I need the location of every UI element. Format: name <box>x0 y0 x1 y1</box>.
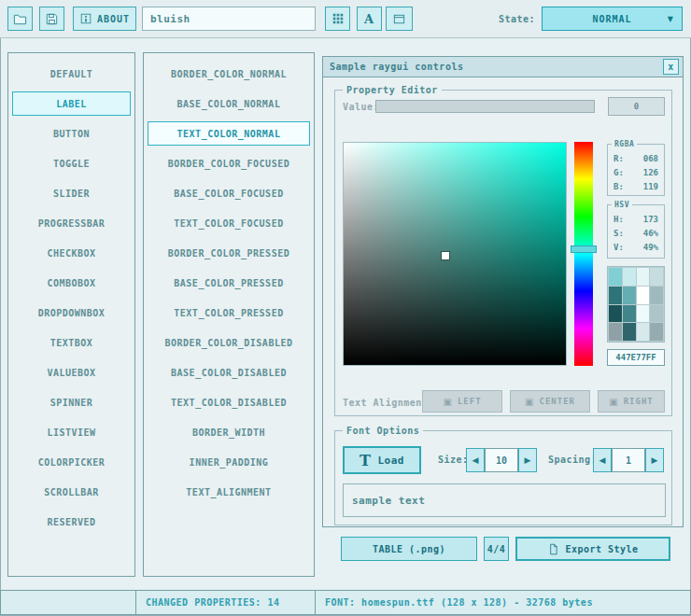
color-swatch[interactable] <box>623 323 636 341</box>
close-button[interactable]: x <box>663 59 679 75</box>
controls-list-item[interactable]: COLORPICKER <box>12 447 131 477</box>
value-slider[interactable] <box>375 100 595 113</box>
export-style-button[interactable]: Export Style <box>515 537 670 561</box>
properties-list-item[interactable]: BORDER_COLOR_FOCUSED <box>148 148 310 178</box>
size-decrease-button[interactable]: ◀ <box>466 448 485 472</box>
controls-list-item[interactable]: SPINNER <box>12 387 131 417</box>
export-format-label: TABLE (.png) <box>373 544 445 554</box>
controls-list-item[interactable]: RESERVED <box>12 507 131 537</box>
sample-text-box[interactable]: sample text <box>343 483 666 517</box>
properties-list-item[interactable]: TEXT_COLOR_DISABLED <box>148 387 310 417</box>
properties-list-item[interactable]: BASE_COLOR_DISABLED <box>148 357 310 387</box>
color-gradient-picker[interactable] <box>343 142 567 366</box>
properties-list-item[interactable]: BORDER_COLOR_NORMAL <box>148 59 310 89</box>
align-left-button[interactable]: ▣ LEFT <box>422 390 502 413</box>
controls-list-item[interactable]: COMBOBOX <box>12 268 131 298</box>
window-titlebar[interactable]: Sample raygui controls x <box>323 57 683 77</box>
controls-list-item[interactable]: SCROLLBAR <box>12 477 131 507</box>
controls-list-item-selected[interactable]: LABEL <box>12 91 131 116</box>
align-center-button[interactable]: ▣ CENTER <box>510 390 590 413</box>
align-center-label: CENTER <box>539 397 575 406</box>
spacing-increase-button[interactable]: ▶ <box>645 448 664 472</box>
about-button[interactable]: ABOUT <box>73 7 136 31</box>
controls-list-item[interactable]: PROGRESSBAR <box>12 208 131 238</box>
controls-list-item[interactable]: SLIDER <box>12 178 131 208</box>
color-picker-marker[interactable] <box>442 252 449 259</box>
color-swatch[interactable] <box>637 287 650 304</box>
properties-list-item[interactable]: BASE_COLOR_FOCUSED <box>148 178 310 208</box>
color-swatch[interactable] <box>609 323 622 341</box>
properties-list-item[interactable]: BASE_COLOR_PRESSED <box>148 268 310 298</box>
properties-list-item[interactable]: BASE_COLOR_NORMAL <box>148 89 310 119</box>
size-value-box[interactable]: 10 <box>485 448 518 472</box>
value-box[interactable]: 0 <box>608 97 665 116</box>
properties-list-item[interactable]: TEXT_ALIGNMENT <box>148 477 310 507</box>
size-label: Size: <box>438 455 469 465</box>
properties-list-item[interactable]: TEXT_COLOR_PRESSED <box>148 298 310 328</box>
controls-list-item[interactable]: DROPDOWNBOX <box>12 298 131 328</box>
controls-list-item[interactable]: VALUEBOX <box>12 357 131 387</box>
color-swatch[interactable] <box>650 287 663 304</box>
property-editor-group: Property Editor Value: 0 RGBA R: 068 G: … <box>334 90 672 416</box>
save-style-button[interactable] <box>39 7 64 31</box>
color-swatch[interactable] <box>623 287 636 304</box>
export-format-dropdown[interactable]: TABLE (.png) <box>341 537 477 561</box>
property-editor-group-label: Property Editor <box>343 84 442 96</box>
color-swatch[interactable] <box>650 323 663 341</box>
properties-list-item[interactable]: INNER_PADDING <box>148 447 310 477</box>
controls-list-item[interactable]: DEFAULT <box>12 59 131 89</box>
color-swatch[interactable] <box>637 268 650 286</box>
chevron-down-icon: ▼ <box>668 15 674 23</box>
color-swatch[interactable] <box>609 287 622 304</box>
color-swatch[interactable] <box>609 268 622 286</box>
align-right-button[interactable]: ▣ RIGHT <box>598 390 665 413</box>
properties-list-item[interactable]: BORDER_COLOR_DISABLED <box>148 328 310 357</box>
spacing-decrease-button[interactable]: ◀ <box>593 448 612 472</box>
color-swatch[interactable] <box>623 305 636 323</box>
hex-color-input[interactable]: 447E77FF <box>607 349 665 366</box>
h-value: 173 <box>643 213 658 227</box>
properties-list-item[interactable]: TEXT_COLOR_FOCUSED <box>148 208 310 238</box>
v-value: 49% <box>643 241 658 255</box>
v-label: V: <box>613 241 624 255</box>
rgba-panel: RGBA R: 068 G: 126 B: 119 <box>607 144 665 196</box>
spacing-value-box[interactable]: 1 <box>612 448 645 472</box>
rgba-row: B: 119 <box>608 180 664 194</box>
controls-list-item[interactable]: CHECKBOX <box>12 238 131 268</box>
controls-list-item[interactable]: LISTVIEW <box>12 417 131 447</box>
b-value: 119 <box>643 180 658 194</box>
color-swatch[interactable] <box>650 305 663 323</box>
controls-list-item[interactable]: TEXTBOX <box>12 328 131 357</box>
color-swatch[interactable] <box>623 268 636 286</box>
sample-window-toggle-button[interactable] <box>386 7 413 31</box>
spacing-label: Spacing: <box>548 455 597 465</box>
h-label: H: <box>613 213 624 227</box>
state-dropdown[interactable]: NORMAL ▼ <box>542 7 683 31</box>
properties-list-item-selected[interactable]: TEXT_COLOR_NORMAL <box>148 121 310 146</box>
controls-list-item[interactable]: BUTTON <box>12 119 131 148</box>
size-increase-button[interactable]: ▶ <box>518 448 537 472</box>
export-file-icon <box>547 543 559 555</box>
export-pages-button[interactable]: 4/4 <box>484 537 509 561</box>
hue-slider-handle[interactable] <box>571 245 597 253</box>
properties-list-item[interactable]: BORDER_COLOR_PRESSED <box>148 238 310 268</box>
color-swatch[interactable] <box>637 323 650 341</box>
color-swatch[interactable] <box>637 305 650 323</box>
style-name-input[interactable] <box>142 7 316 31</box>
load-font-button[interactable]: T Load <box>343 446 421 474</box>
info-icon <box>79 12 92 25</box>
font-atlas-button[interactable]: A <box>357 7 382 31</box>
align-left-icon: ▣ <box>443 397 452 407</box>
hue-slider[interactable] <box>574 142 593 366</box>
style-table-button[interactable] <box>325 7 350 31</box>
color-swatch[interactable] <box>609 305 622 323</box>
open-style-button[interactable] <box>7 7 33 31</box>
style-color-palette <box>607 266 665 343</box>
color-swatch[interactable] <box>650 268 663 286</box>
align-left-label: LEFT <box>458 397 482 406</box>
state-dropdown-value: NORMAL <box>592 14 631 24</box>
properties-list-item[interactable]: BORDER_WIDTH <box>148 417 310 447</box>
controls-list-item[interactable]: TOGGLE <box>12 148 131 178</box>
rguistyler-app: ABOUT A State: NORMAL ▼ DEFAULT LABEL BU… <box>0 0 691 616</box>
window-title: Sample raygui controls <box>330 62 463 72</box>
